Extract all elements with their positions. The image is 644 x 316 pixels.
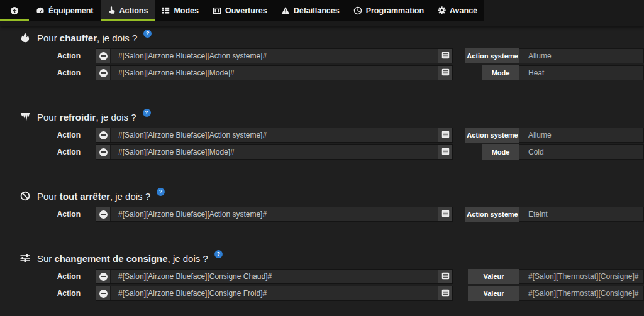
remove-action-button[interactable]	[96, 270, 111, 283]
list-alt-icon	[441, 131, 450, 140]
minus-circle-icon	[99, 290, 108, 298]
action-row: Action Mode Cold	[0, 144, 644, 160]
command-list-button[interactable]	[438, 128, 452, 142]
tab-label: Ouvertures	[225, 6, 267, 15]
actions-panel: Pour chauffer, je dois ? ? Action	[0, 26, 644, 301]
expression-input[interactable]	[111, 207, 438, 221]
option-group: Mode Heat	[465, 65, 644, 80]
help-icon[interactable]: ?	[143, 30, 152, 38]
header-bar: Équipement Actions Modes	[0, 0, 644, 26]
option-value-select[interactable]: Allume	[519, 48, 644, 63]
tab-modes[interactable]: Modes	[155, 0, 206, 21]
expression-group	[96, 144, 453, 160]
option-value-input[interactable]: #[Salon][Thermostat][Consigne]#	[519, 286, 644, 301]
window-icon	[213, 6, 221, 15]
list-alt-icon	[441, 272, 450, 281]
list-alt-icon	[441, 68, 450, 78]
expression-group	[96, 207, 453, 222]
row-label: Action	[0, 289, 80, 298]
help-icon[interactable]: ?	[214, 250, 223, 258]
minus-circle-icon	[99, 210, 108, 219]
option-group: Action systeme Eteint	[465, 207, 644, 222]
section-refroidir: Pour refroidir, je dois ? ? Action	[0, 110, 644, 160]
minus-circle-icon	[99, 131, 108, 139]
title-text: Pour chauffer, je dois ?	[37, 33, 137, 43]
th-list-icon	[162, 6, 170, 14]
clock-icon	[353, 6, 362, 15]
option-value-select[interactable]: Allume	[519, 128, 644, 143]
command-list-button[interactable]	[438, 207, 452, 221]
expression-group	[96, 269, 453, 284]
tab-label: Avancé	[450, 6, 477, 15]
section-changement-consigne: Sur changement de consigne, je dois ? ? …	[0, 251, 644, 301]
expression-input[interactable]	[111, 145, 438, 159]
expression-group	[96, 48, 453, 63]
option-value-select[interactable]: Heat	[519, 65, 644, 80]
option-value-input[interactable]: #[Salon][Thermostat][Consigne]#	[519, 269, 644, 284]
fire-icon	[19, 33, 31, 43]
tab-equipement[interactable]: Équipement	[29, 0, 101, 21]
option-value-select[interactable]: Eteint	[519, 207, 644, 222]
tab-label: Équipement	[48, 6, 94, 15]
arrow-circle-left-icon	[10, 6, 19, 15]
tab-ouvertures[interactable]: Ouvertures	[206, 0, 274, 21]
icicles-icon	[19, 112, 31, 122]
tab-programmation[interactable]: Programmation	[347, 0, 431, 21]
tab-actions[interactable]: Actions	[101, 0, 155, 21]
remove-action-button[interactable]	[96, 207, 111, 221]
tab-defaillances[interactable]: Défaillances	[274, 0, 347, 21]
remove-action-button[interactable]	[96, 145, 111, 159]
remove-action-button[interactable]	[96, 49, 111, 63]
sliders-icon	[19, 253, 31, 263]
active-underline	[101, 19, 155, 21]
option-label: Action systeme	[465, 48, 519, 63]
expression-input[interactable]	[111, 270, 438, 283]
expression-input[interactable]	[111, 66, 438, 80]
section-title: Pour tout arrêter, je dois ? ?	[19, 189, 644, 203]
warning-triangle-icon	[281, 6, 290, 15]
list-alt-icon	[441, 148, 450, 157]
option-group: Mode Cold	[465, 144, 644, 160]
row-label: Action	[0, 131, 80, 139]
row-label: Action	[0, 272, 80, 281]
section-tout-arreter: Pour tout arrêter, je dois ? ? Action	[0, 189, 644, 222]
list-alt-icon	[441, 289, 450, 298]
remove-action-button[interactable]	[96, 66, 111, 80]
action-row: Action Valeur #[Salon][Thermostat][Consi…	[0, 286, 644, 301]
remove-action-button[interactable]	[96, 128, 111, 142]
tab-avance[interactable]: Avancé	[431, 0, 484, 21]
help-icon[interactable]: ?	[143, 109, 151, 117]
minus-circle-icon	[99, 148, 108, 156]
command-list-button[interactable]	[438, 286, 452, 300]
tab-label: Défaillances	[294, 6, 340, 15]
hand-pointer-icon	[108, 6, 116, 14]
row-label: Action	[0, 52, 80, 60]
command-list-button[interactable]	[438, 49, 452, 63]
title-text: Pour refroidir, je dois ?	[37, 112, 136, 123]
back-button[interactable]	[0, 0, 29, 21]
option-group: Action systeme Allume	[465, 48, 644, 63]
list-alt-icon	[441, 210, 450, 219]
command-list-button[interactable]	[438, 270, 452, 283]
section-title: Pour refroidir, je dois ? ?	[19, 110, 644, 124]
expression-input[interactable]	[111, 49, 438, 63]
option-value-select[interactable]: Cold	[519, 144, 644, 160]
expression-input[interactable]	[111, 128, 438, 142]
command-list-button[interactable]	[438, 66, 452, 80]
command-list-button[interactable]	[438, 145, 452, 159]
option-label: Action systeme	[465, 128, 519, 143]
list-alt-icon	[441, 52, 450, 61]
minus-circle-icon	[99, 69, 108, 77]
title-text: Pour tout arrêter, je dois ?	[37, 191, 150, 202]
option-label: Mode	[482, 144, 519, 160]
help-icon[interactable]: ?	[157, 188, 165, 196]
option-label: Mode	[482, 65, 519, 80]
remove-action-button[interactable]	[96, 286, 111, 300]
action-row: Action Mode Heat	[0, 65, 644, 80]
expression-group	[96, 128, 453, 143]
tab-bar: Équipement Actions Modes	[0, 0, 484, 21]
row-label: Action	[0, 148, 80, 156]
row-label: Action	[0, 68, 80, 77]
expression-input[interactable]	[111, 286, 438, 300]
minus-circle-icon	[99, 52, 108, 60]
